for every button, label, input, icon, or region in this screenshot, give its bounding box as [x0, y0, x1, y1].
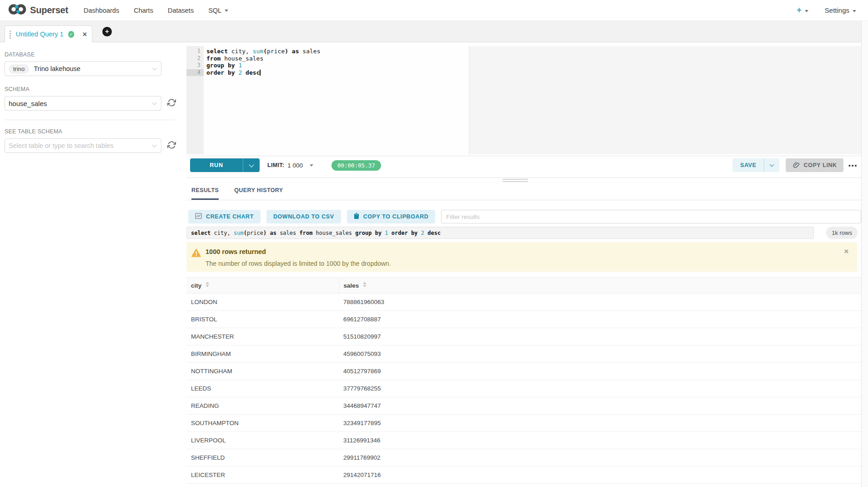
more-options-button[interactable]: ••• [848, 162, 858, 169]
results-tab-bar: RESULTS QUERY HISTORY [186, 178, 861, 200]
copy-link-label: COPY LINK [803, 162, 837, 168]
results-table: citysales LONDON788861960063BRISTOL69612… [186, 277, 861, 484]
create-chart-label: CREATE CHART [206, 213, 254, 220]
database-value: Trino lakehouse [34, 65, 80, 72]
sql-editor[interactable]: 1234 select city, sum(price) as salesfro… [186, 46, 861, 154]
nav-right: + Settings [797, 5, 856, 15]
download-csv-button[interactable]: DOWNLOAD TO CSV [266, 210, 341, 223]
rows-limit-alert: 1000 rows returned The number of rows di… [186, 242, 858, 272]
save-button[interactable]: SAVE [733, 158, 764, 172]
schema-value: house_sales [9, 100, 47, 107]
column-header-sales[interactable]: sales [339, 278, 861, 294]
copy-clipboard-button[interactable]: COPY TO CLIPBOARD [347, 210, 436, 223]
schema-select[interactable]: house_sales [5, 96, 161, 111]
table-select[interactable]: Select table or type to search tables [5, 138, 161, 153]
query-preview-code: select city, sum(price) as sales from ho… [191, 230, 441, 236]
table-row: SHEFFIELD29911769902 [186, 449, 861, 467]
nav-datasets[interactable]: Datasets [168, 7, 194, 14]
caret-down-icon [310, 164, 313, 167]
chevron-down-icon [770, 162, 774, 167]
brand-name: Superset [30, 5, 68, 15]
drag-handle-icon[interactable] [10, 30, 11, 38]
run-button[interactable]: RUN [190, 158, 243, 172]
table-row: BRISTOL69612708887 [186, 311, 861, 328]
main-nav: Dashboards Charts Datasets SQL [84, 7, 228, 14]
close-icon[interactable]: ✕ [844, 248, 849, 255]
rows-count-badge: 1k rows [826, 227, 858, 239]
database-label: DATABASE [5, 51, 178, 58]
column-header-city[interactable]: city [186, 278, 339, 294]
query-timer-badge: 00:00:05.37 [331, 160, 381, 171]
caret-down-icon [805, 10, 808, 12]
table-row: SOUTHAMPTON32349177895 [186, 415, 861, 432]
editor-code[interactable]: select city, sum(price) as salesfrom hou… [204, 46, 861, 154]
text-cursor [260, 70, 261, 76]
chart-icon [195, 213, 202, 220]
run-options-button[interactable] [243, 158, 260, 172]
save-options-button[interactable] [764, 158, 779, 172]
settings-menu[interactable]: Settings [825, 6, 856, 14]
copy-clipboard-label: COPY TO CLIPBOARD [363, 213, 429, 220]
table-row: LIVERPOOL31126991346 [186, 432, 861, 449]
limit-label: LIMIT: [267, 162, 284, 168]
superset-logo[interactable]: Superset [8, 3, 68, 18]
schema-label: SCHEMA [5, 86, 178, 92]
sidebar-divider [5, 120, 175, 120]
sqllab-workspace: 1234 select city, sum(price) as salesfro… [186, 42, 861, 487]
tab-untitled-query[interactable]: Untitled Query 1 ✓ ✕ [5, 25, 92, 42]
nav-sql-menu[interactable]: SQL [208, 7, 228, 14]
table-row: LEICESTER29142071716 [186, 467, 861, 484]
database-engine-badge: trino [9, 64, 29, 74]
editor-toolbar: RUN LIMIT: 1 000 00:00:05.37 SAVE COPY L… [186, 156, 861, 174]
table-row: LEEDS37779768255 [186, 380, 861, 397]
table-row: READING34468947747 [186, 397, 861, 415]
top-nav: Superset Dashboards Charts Datasets SQL … [0, 0, 868, 21]
clipboard-icon [354, 213, 359, 221]
warning-icon [191, 249, 201, 259]
nav-charts[interactable]: Charts [134, 7, 153, 14]
filter-results-input[interactable] [441, 210, 861, 223]
new-item-menu[interactable]: + [797, 5, 808, 15]
table-row: LONDON788861960063 [186, 294, 861, 311]
add-tab-button[interactable]: + [102, 27, 112, 36]
toolbar-right: SAVE COPY LINK ••• [733, 158, 861, 172]
refresh-schemas-button[interactable] [167, 98, 176, 108]
results-actions: CREATE CHART DOWNLOAD TO CSV COPY TO CLI… [186, 209, 861, 224]
table-row: BIRMINGHAM45960075093 [186, 345, 861, 363]
run-button-group: RUN [190, 158, 260, 172]
see-table-schema-label: SEE TABLE SCHEMA [5, 128, 178, 135]
limit-dropdown[interactable]: LIMIT: 1 000 [267, 162, 313, 169]
table-select-placeholder: Select table or type to search tables [9, 142, 114, 149]
link-icon [792, 161, 799, 170]
tab-query-history[interactable]: QUERY HISTORY [234, 187, 283, 200]
table-header-row: citysales [186, 278, 861, 294]
tab-label: Untitled Query 1 [16, 30, 64, 38]
scrollbar-track[interactable] [861, 21, 868, 487]
superset-logo-icon [8, 3, 26, 18]
copy-link-button[interactable]: COPY LINK [786, 158, 843, 172]
limit-value: 1 000 [287, 162, 303, 169]
tab-results[interactable]: RESULTS [191, 187, 219, 200]
download-csv-label: DOWNLOAD TO CSV [273, 213, 334, 220]
refresh-icon [167, 141, 176, 151]
sort-icon[interactable] [363, 282, 366, 287]
check-circle-icon: ✓ [68, 31, 75, 38]
nav-dashboards[interactable]: Dashboards [84, 7, 119, 14]
close-icon[interactable]: ✕ [82, 31, 87, 38]
caret-down-icon [225, 10, 228, 12]
results-table-body: LONDON788861960063BRISTOL69612708887MANC… [186, 294, 861, 484]
plus-icon: + [797, 5, 802, 15]
create-chart-button[interactable]: CREATE CHART [188, 210, 261, 223]
chevron-down-icon [152, 66, 157, 71]
nav-sql-label: SQL [208, 7, 221, 14]
save-button-group: SAVE [733, 158, 780, 172]
database-select[interactable]: trino Trino lakehouse [5, 61, 161, 76]
query-tab-bar: Untitled Query 1 ✓ ✕ + [0, 21, 868, 42]
refresh-tables-button[interactable] [167, 141, 176, 151]
settings-label: Settings [825, 6, 849, 14]
query-preview-bar: select city, sum(price) as sales from ho… [186, 227, 814, 239]
editor-gutter: 1234 [186, 46, 204, 154]
sort-icon[interactable] [206, 282, 209, 287]
chevron-down-icon [249, 162, 254, 167]
refresh-icon [167, 98, 176, 108]
